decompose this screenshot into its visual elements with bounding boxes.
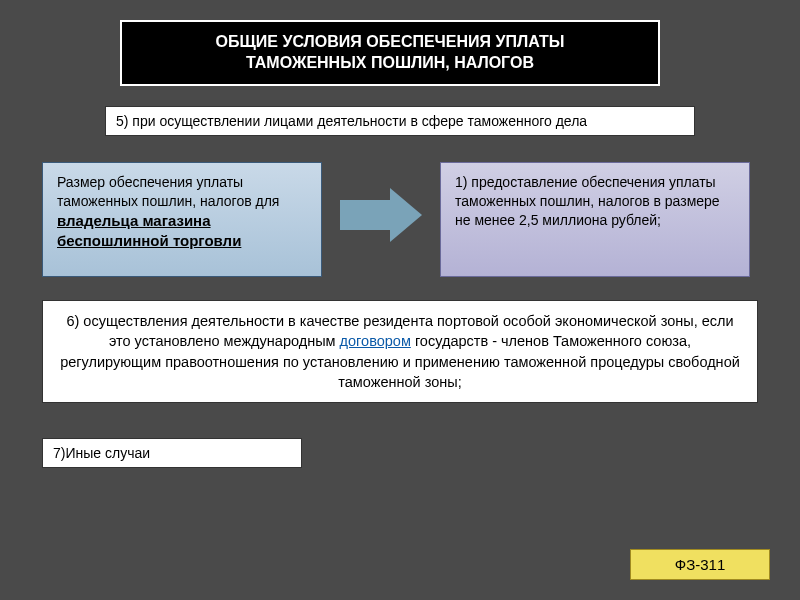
law-reference-text: ФЗ-311 xyxy=(675,556,726,573)
left-info-box: Размер обеспечения уплаты таможенных пош… xyxy=(42,162,322,277)
left-box-prefix: Размер обеспечения уплаты таможенных пош… xyxy=(57,174,279,209)
title-line2: ТАМОЖЕННЫХ ПОШЛИН, НАЛОГОВ xyxy=(246,54,534,71)
title-line1: ОБЩИЕ УСЛОВИЯ ОБЕСПЕЧЕНИЯ УПЛАТЫ xyxy=(216,33,565,50)
item-5-text: 5) при осуществлении лицами деятельности… xyxy=(116,113,587,129)
law-reference-box: ФЗ-311 xyxy=(630,549,770,580)
item-7-box: 7)Иные случаи xyxy=(42,438,302,468)
item-6-link: договором xyxy=(340,333,411,349)
item-5-box: 5) при осуществлении лицами деятельности… xyxy=(105,106,695,136)
arrow-icon xyxy=(340,200,390,230)
left-box-owner: владельца магазина беспошлинной торговли xyxy=(57,212,241,249)
right-info-box: 1) предоставление обеспечения уплаты там… xyxy=(440,162,750,277)
right-box-text: 1) предоставление обеспечения уплаты там… xyxy=(455,174,720,228)
slide-title: ОБЩИЕ УСЛОВИЯ ОБЕСПЕЧЕНИЯ УПЛАТЫ ТАМОЖЕН… xyxy=(120,20,660,86)
item-7-text: 7)Иные случаи xyxy=(53,445,150,461)
item-6-box: 6) осуществления деятельности в качестве… xyxy=(42,300,758,403)
arrow-head-icon xyxy=(390,188,422,242)
